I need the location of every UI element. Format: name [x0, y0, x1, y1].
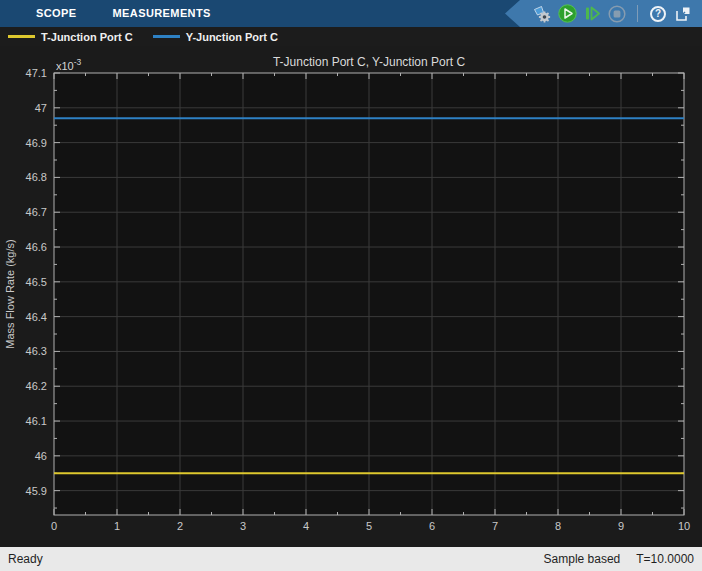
svg-text:46.5: 46.5: [26, 276, 47, 288]
svg-text:47.1: 47.1: [26, 67, 47, 79]
svg-text:10: 10: [678, 520, 690, 532]
legend-swatch-blue: [153, 35, 180, 38]
legend-bar: T-Junction Port C Y-Junction Port C: [0, 27, 702, 46]
help-button[interactable]: ?: [648, 4, 668, 24]
status-bar: Ready Sample based T=10.0000: [0, 547, 702, 571]
step-forward-icon: [583, 4, 602, 23]
svg-text:46.4: 46.4: [26, 311, 47, 323]
plot-region: 45.94646.146.246.346.446.546.646.746.846…: [0, 46, 702, 547]
scope-plot: 45.94646.146.246.346.446.546.646.746.846…: [0, 46, 702, 547]
pop-out-icon: [674, 5, 692, 23]
run-button[interactable]: [557, 4, 577, 24]
gear-icon: [532, 4, 552, 24]
tab-scope[interactable]: SCOPE: [18, 0, 95, 27]
svg-text:0: 0: [51, 520, 57, 532]
svg-text:45.9: 45.9: [26, 485, 47, 497]
toolbar: SCOPE MEASUREMENTS: [0, 0, 702, 27]
svg-text:46.7: 46.7: [26, 206, 47, 218]
stop-icon: [608, 5, 626, 23]
settings-button[interactable]: [532, 4, 552, 24]
svg-text:47: 47: [35, 102, 47, 114]
status-state: Ready: [8, 552, 43, 566]
scope-window: SCOPE MEASUREMENTS: [0, 0, 702, 571]
y-axis-label: Mass Flow Rate (kg/s): [4, 239, 16, 348]
svg-text:46.8: 46.8: [26, 171, 47, 183]
svg-text:46: 46: [35, 450, 47, 462]
y-exponent-label: x10-3: [56, 57, 82, 72]
chart-title: T-Junction Port C, Y-Junction Port C: [273, 55, 465, 69]
step-forward-button[interactable]: [582, 4, 602, 24]
legend-label: Y-Junction Port C: [186, 31, 278, 43]
svg-text:3: 3: [240, 520, 246, 532]
legend-label: T-Junction Port C: [41, 31, 133, 43]
tab-measurements[interactable]: MEASUREMENTS: [95, 0, 229, 27]
question-icon: ?: [650, 6, 666, 22]
legend-item-t-junction[interactable]: T-Junction Port C: [8, 31, 133, 43]
svg-text:1: 1: [114, 520, 120, 532]
svg-text:46.2: 46.2: [26, 380, 47, 392]
status-sample-mode: Sample based: [544, 552, 621, 566]
svg-text:46.1: 46.1: [26, 415, 47, 427]
pop-out-button[interactable]: [673, 4, 693, 24]
svg-text:5: 5: [366, 520, 372, 532]
legend-item-y-junction[interactable]: Y-Junction Port C: [153, 31, 278, 43]
svg-text:2: 2: [177, 520, 183, 532]
stop-button[interactable]: [607, 4, 627, 24]
svg-text:8: 8: [555, 520, 561, 532]
svg-text:4: 4: [303, 520, 309, 532]
svg-text:6: 6: [429, 520, 435, 532]
toolbar-separator: [637, 5, 638, 22]
svg-text:46.9: 46.9: [26, 137, 47, 149]
play-icon: [558, 4, 577, 23]
svg-text:46.3: 46.3: [26, 345, 47, 357]
svg-text:9: 9: [618, 520, 624, 532]
svg-text:46.6: 46.6: [26, 241, 47, 253]
legend-swatch-yellow: [8, 35, 35, 38]
status-sim-time: T=10.0000: [636, 552, 694, 566]
svg-text:7: 7: [492, 520, 498, 532]
toolbar-quick-actions: ?: [505, 0, 702, 27]
